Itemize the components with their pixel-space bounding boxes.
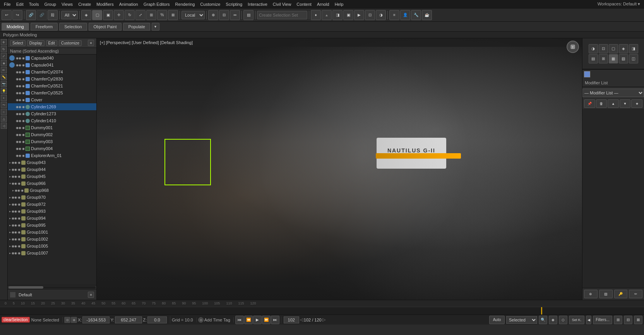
bind-button[interactable]: ⛓ xyxy=(48,10,58,20)
eye-icon[interactable]: ◉ xyxy=(16,70,21,74)
selected-dropdown[interactable]: Selected xyxy=(506,316,537,324)
rp-obj-properties[interactable]: ⊕ xyxy=(584,290,598,298)
playhead[interactable] xyxy=(541,307,542,314)
render-frame-button[interactable]: ⊡ xyxy=(365,10,375,20)
mat-editor-button[interactable]: ◨ xyxy=(332,10,343,20)
menu-interactive[interactable]: Interactive xyxy=(245,1,270,7)
eye-icon[interactable]: ◉ xyxy=(12,224,17,227)
expand-icon[interactable]: ▸ xyxy=(9,203,11,206)
frame-input[interactable] xyxy=(284,316,299,323)
rp-group-button[interactable]: ▨ xyxy=(599,290,613,298)
expand-icon[interactable]: ▸ xyxy=(9,244,11,248)
rp-mod-pin[interactable]: 📌 xyxy=(584,99,595,108)
active-shade-button[interactable]: ◑ xyxy=(376,10,386,20)
eye-icon[interactable]: ◉ xyxy=(12,175,17,178)
lt-rotate[interactable]: ↻ xyxy=(1,46,7,52)
viewport-nav-cube[interactable]: T xyxy=(567,41,579,53)
eye-icon[interactable]: ◉ xyxy=(12,168,17,171)
rp-icon2-1[interactable]: ▤ xyxy=(589,54,598,63)
more-tools-button[interactable]: ≡ xyxy=(389,10,399,20)
expand-icon[interactable]: ▸ xyxy=(9,175,11,178)
eye-icon[interactable]: ◉ xyxy=(15,189,20,192)
menu-create[interactable]: Create xyxy=(76,1,93,7)
play-button[interactable]: ▶ xyxy=(253,316,262,324)
tab-modeling[interactable]: Modeling xyxy=(2,23,29,31)
eye-icon[interactable]: ◉ xyxy=(16,140,21,144)
menu-arnold[interactable]: Arnold xyxy=(315,1,332,7)
menu-graph-editors[interactable]: Graph Editors xyxy=(141,1,172,7)
object-color-swatch[interactable] xyxy=(584,71,590,77)
layer-button[interactable]: ▤ xyxy=(243,10,253,20)
tea-button[interactable]: ☕ xyxy=(422,10,432,20)
expand-icon[interactable]: ▸ xyxy=(9,168,11,171)
scene-list[interactable]: ◉ ◉ Capsule040 ◉ ◉ Capsule041 ◉ ◉ Chamfe… xyxy=(8,55,96,285)
list-item[interactable]: ▸ ◉ ◉ Group1002 xyxy=(8,236,96,243)
rp-edit-button[interactable]: ✏ xyxy=(629,290,642,298)
eye-icon[interactable]: ◉ xyxy=(12,251,17,255)
eye-icon[interactable]: ◉ xyxy=(16,63,21,67)
eye-icon[interactable]: ◉ xyxy=(12,217,17,220)
rp-mod-move-up[interactable]: ▲ xyxy=(608,99,619,108)
list-item[interactable]: ◉ ◉ ChamferCyl2830 xyxy=(8,75,96,82)
list-item[interactable]: ▸ ◉ ◉ Group1005 xyxy=(8,243,96,250)
select-region-button[interactable]: ▢ xyxy=(92,10,102,20)
menu-help[interactable]: Help xyxy=(332,1,346,7)
menu-edit[interactable]: Edit xyxy=(14,1,26,7)
list-item[interactable]: ◉ ◉ ChamferCyl2074 xyxy=(8,68,96,75)
z-input[interactable] xyxy=(147,316,167,323)
key-mode2-button[interactable]: ◇ xyxy=(559,316,567,324)
rp-icon2-4[interactable]: ▧ xyxy=(619,54,628,63)
list-item[interactable]: ◉ ◉ Capsule041 xyxy=(8,62,96,68)
rp-material-icon[interactable]: ◨ xyxy=(629,44,638,53)
rp-icon2-5[interactable]: ◫ xyxy=(629,54,638,63)
percent-button[interactable]: % xyxy=(157,10,167,20)
list-item[interactable]: ◉ ◉ Dummy004 xyxy=(8,145,96,152)
create-selection-input[interactable] xyxy=(257,11,307,19)
snap-button[interactable]: ⊠ xyxy=(168,10,178,20)
list-item[interactable]: ◉ ◉ Cylinder1273 xyxy=(8,110,96,117)
menu-file[interactable]: File xyxy=(2,1,13,7)
list-item[interactable]: ◉ ◉ ChamferCyl3525 xyxy=(8,89,96,96)
lt-select[interactable]: ◈ xyxy=(1,60,7,66)
coord-dropdown[interactable]: Local World Screen xyxy=(182,11,205,19)
expand-icon[interactable]: ▸ xyxy=(9,210,11,213)
pivot-button[interactable]: ⊕ xyxy=(208,10,218,20)
key-tools-button[interactable]: ⊞ xyxy=(614,316,622,324)
render-setup-button[interactable]: ▣ xyxy=(343,10,353,20)
eye-icon[interactable]: ◉ xyxy=(16,56,21,60)
workspaces-dropdown[interactable]: Workspaces: Default ▾ xyxy=(595,1,642,7)
auto-key-button[interactable]: Auto xyxy=(489,316,505,324)
eye-icon[interactable]: ◉ xyxy=(12,210,17,213)
rotate-button[interactable]: ↻ xyxy=(125,10,135,20)
prev-frame-button[interactable]: ⏪ xyxy=(244,316,253,324)
lt-helper[interactable]: + xyxy=(1,95,7,101)
eye-icon[interactable]: ◉ xyxy=(16,154,21,157)
list-item[interactable]: ▸ ◉ ◉ Group972 xyxy=(8,201,96,208)
tab-freeform[interactable]: Freeform xyxy=(31,23,58,31)
expand-icon[interactable]: ▾ xyxy=(9,182,11,185)
ref-system-button[interactable]: ⊞ xyxy=(146,10,156,20)
x-input[interactable] xyxy=(82,316,110,323)
schematic-button[interactable]: ⟁ xyxy=(322,10,332,20)
mirror-button[interactable]: ⇔ xyxy=(230,10,240,20)
eye-icon[interactable]: ◉ xyxy=(16,112,21,116)
align-button[interactable]: ⊟ xyxy=(219,10,229,20)
lt-shape[interactable]: △ xyxy=(1,116,7,122)
tab-populate[interactable]: Populate xyxy=(123,23,150,31)
menu-modifiers[interactable]: Modifiers xyxy=(94,1,116,7)
expand-icon[interactable]: ▸ xyxy=(9,251,11,255)
menu-civil-view[interactable]: Civil View xyxy=(271,1,293,7)
link-button[interactable]: 🔗 xyxy=(26,10,36,20)
eye-icon[interactable]: ◉ xyxy=(16,133,21,137)
next-frame-button[interactable]: ⏩ xyxy=(262,316,271,324)
expand-icon[interactable]: ▸ xyxy=(9,231,11,234)
list-item[interactable]: ◉ ◉ Cylinder1269 xyxy=(8,103,96,110)
search-button[interactable]: 🔍 xyxy=(539,316,547,324)
list-item[interactable]: ◉ ◉ ExplorerArm_01 xyxy=(8,152,96,159)
expand-icon[interactable]: ▸ xyxy=(9,196,11,199)
eye-icon[interactable]: ◉ xyxy=(12,161,17,164)
lt-expand[interactable]: ◁ xyxy=(1,123,7,129)
list-item[interactable]: ◉ ◉ Cover xyxy=(8,96,96,103)
eye-icon[interactable]: ◉ xyxy=(16,84,21,88)
menu-animation[interactable]: Animation xyxy=(117,1,140,7)
